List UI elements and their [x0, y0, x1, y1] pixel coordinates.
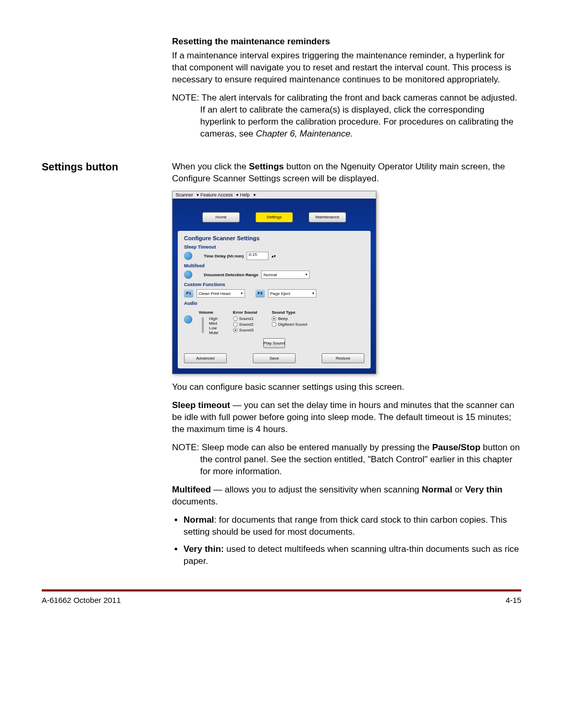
volume-column: Volume High Med Low Mute — [199, 310, 218, 335]
volume-high: High — [209, 316, 218, 321]
f2-key: F2 — [255, 289, 265, 298]
bullet2-bold: Very thin: — [183, 544, 224, 554]
settings-side-heading: Settings button — [42, 161, 172, 173]
multifeed-icon — [184, 270, 192, 279]
reset-note: NOTE: The alert intervals for calibratin… — [172, 92, 521, 140]
menu-help[interactable]: Help — [240, 192, 250, 198]
sound1-radio[interactable]: Sound1 — [233, 316, 258, 321]
sleep-bold: Sleep timeout — [172, 400, 230, 410]
error-sound-column: Error Sound Sound1 Sound2 Sound3 — [233, 310, 258, 335]
after-screenshot-text: You can configure basic scanner settings… — [172, 381, 521, 393]
volume-slider[interactable] — [202, 317, 204, 333]
sleep-timeout-section: Sleep Timeout — [184, 244, 364, 250]
menu-scanner[interactable]: Scanner — [176, 192, 193, 198]
play-sound-button[interactable]: Play Sound — [263, 338, 286, 348]
note-ref: Chapter 6, Maintenance. — [256, 129, 353, 139]
multifeed-section: Multifeed — [184, 263, 364, 268]
volume-med: Med — [209, 321, 218, 326]
menubar: Scanner ▾ Feature Access ▾ Help ▾ — [173, 191, 376, 199]
sleep-timeout-para: Sleep timeout — you can set the delay ti… — [172, 400, 521, 436]
multifeed-body-1: — allows you to adjust the sensitivity w… — [211, 485, 422, 495]
time-delay-input[interactable]: 0:15 — [247, 252, 268, 260]
beep-radio[interactable]: Beep — [272, 316, 307, 321]
multifeed-body-3: documents. — [172, 497, 218, 507]
f2-value: Page Eject — [270, 291, 290, 296]
note-body: The alert intervals for calibrating the … — [200, 93, 517, 139]
tab-maintenance[interactable]: Maintenance — [309, 212, 346, 223]
f1-select[interactable]: Clean Print Head — [197, 289, 245, 298]
bullet1-bold: Normal — [183, 515, 214, 525]
sound3-radio[interactable]: Sound3 — [233, 328, 258, 332]
restore-button[interactable]: Restore — [322, 353, 364, 363]
reset-heading: Resetting the maintenance reminders — [172, 36, 521, 47]
error-sound-header: Error Sound — [233, 310, 258, 315]
tab-settings[interactable]: Settings — [255, 212, 293, 223]
sound-type-header: Sound Type — [272, 310, 307, 315]
multifeed-bold: Multifeed — [172, 485, 211, 495]
reset-paragraph: If a maintenance interval expires trigge… — [172, 50, 521, 86]
sleep-note-bold: Pause/Stop — [432, 442, 481, 452]
footer-rule — [42, 589, 521, 591]
digitized-label: Digitized Sound — [278, 322, 307, 327]
footer-right: 4-15 — [506, 596, 521, 604]
sound2-radio[interactable]: Sound2 — [233, 322, 258, 327]
bullet1-body: : for documents that range from thick ca… — [183, 515, 507, 537]
multifeed-body-2: or — [452, 485, 466, 495]
save-button[interactable]: Save — [253, 353, 296, 363]
sleep-icon — [184, 252, 192, 260]
multifeed-bold3: Very thin — [465, 485, 503, 495]
settings-intro-1: When you click the — [172, 162, 249, 171]
panel-header: Configure Scanner Settings — [184, 235, 364, 241]
f1-key: F1 — [184, 289, 193, 298]
sound-type-column: Sound Type Beep Digitized Sound — [272, 310, 307, 335]
bullet-very-thin: Very thin: used to detect multifeeds whe… — [183, 544, 521, 567]
configure-scanner-window: Scanner ▾ Feature Access ▾ Help ▾ Home S… — [172, 191, 376, 374]
beep-label: Beep — [278, 316, 288, 321]
digitized-radio[interactable]: Digitized Sound — [272, 322, 307, 327]
bullet2-body: used to detect multifeeds when scanning … — [183, 544, 519, 566]
multifeed-bullets: Normal: for documents that range from th… — [172, 514, 521, 567]
doc-detect-label: Document Detection Range — [204, 273, 258, 277]
volume-mute: Mute — [209, 330, 218, 335]
audio-section: Audio — [184, 301, 364, 306]
sound2-label: Sound2 — [239, 322, 254, 327]
audio-icon — [184, 315, 192, 324]
note-label: NOTE: — [172, 93, 199, 103]
sleep-note: NOTE: Sleep mode can also be entered man… — [172, 442, 521, 478]
sound1-label: Sound1 — [239, 316, 254, 321]
f2-select[interactable]: Page Eject — [268, 289, 316, 298]
footer-left: A-61662 October 2011 — [42, 596, 121, 604]
sleep-note-1: Sleep mode can also be entered manually … — [202, 442, 432, 452]
doc-detect-select[interactable]: Normal — [261, 270, 310, 279]
volume-low: Low — [209, 326, 218, 330]
custom-functions-section: Custom Functions — [184, 282, 364, 287]
settings-intro-bold: Settings — [249, 162, 284, 171]
advanced-button[interactable]: Advanced — [184, 353, 227, 363]
menu-feature-access[interactable]: Feature Access — [201, 192, 233, 198]
sound3-label: Sound3 — [239, 328, 254, 332]
time-delay-label: Time Delay (hh:mm) — [204, 254, 243, 258]
sleep-note-label: NOTE: — [172, 442, 199, 452]
multifeed-bold2: Normal — [422, 485, 452, 495]
settings-intro: When you click the Settings button on th… — [172, 161, 521, 185]
volume-header: Volume — [199, 310, 218, 315]
multifeed-para: Multifeed — allows you to adjust the sen… — [172, 484, 521, 508]
doc-detect-value: Normal — [263, 273, 277, 277]
tab-home[interactable]: Home — [202, 212, 240, 223]
f1-value: Clean Print Head — [199, 291, 230, 296]
bullet-normal: Normal: for documents that range from th… — [183, 514, 521, 538]
